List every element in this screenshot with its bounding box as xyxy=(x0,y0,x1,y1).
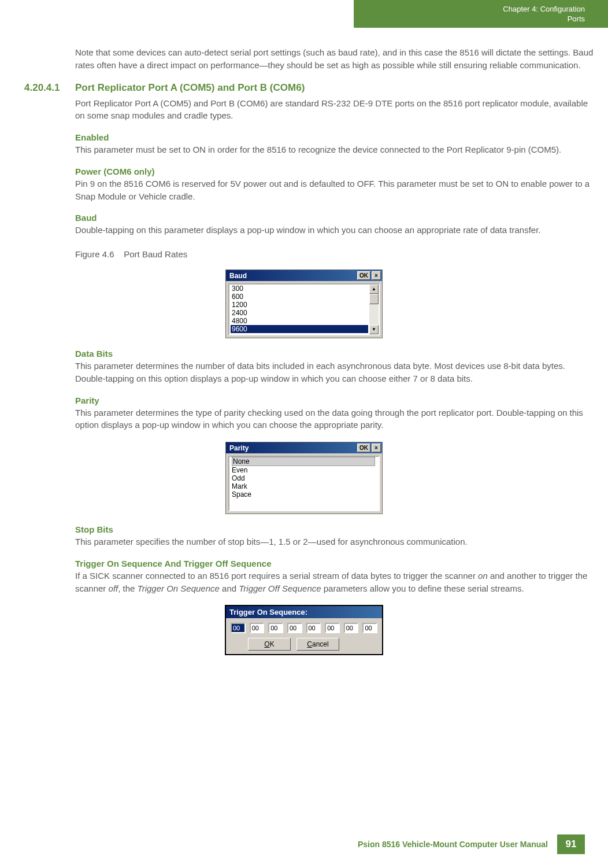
trigger-ok-button[interactable]: OK xyxy=(248,638,291,651)
hex-cell-7[interactable]: 00 xyxy=(362,623,377,633)
figure-number: Figure 4.6 xyxy=(75,249,114,259)
baud-item-300[interactable]: 300 xyxy=(231,285,368,293)
stopbits-para: This parameter specifies the number of s… xyxy=(75,535,595,548)
scroll-thumb[interactable] xyxy=(369,294,379,304)
page-footer: Psion 8516 Vehicle-Mount Computer User M… xyxy=(358,834,585,854)
trigger-dialog: Trigger On Sequence: 00 00 00 00 00 00 0… xyxy=(225,605,383,655)
databits-heading: Data Bits xyxy=(75,349,585,359)
baud-item-9600[interactable]: 9600 xyxy=(231,325,368,333)
parity-title: Parity xyxy=(229,444,357,452)
parity-titlebar: Parity OK × xyxy=(226,442,382,453)
parity-listbox[interactable]: None Even Odd Mark Space xyxy=(229,457,379,510)
hex-cell-4[interactable]: 00 xyxy=(306,623,321,633)
figure-title: Port Baud Rates xyxy=(124,249,187,259)
parity-item-space[interactable]: Space xyxy=(231,490,377,498)
hex-cell-5[interactable]: 00 xyxy=(325,623,340,633)
power-para: Pin 9 on the 8516 COM6 is reserved for 5… xyxy=(75,178,595,203)
scroll-track[interactable] xyxy=(369,294,379,325)
parity-dialog: Parity OK × None Even Odd Mark Space xyxy=(225,442,383,514)
parity-item-mark[interactable]: Mark xyxy=(231,482,377,490)
figure-caption: Figure 4.6 Port Baud Rates xyxy=(75,249,585,259)
hex-row: 00 00 00 00 00 00 00 00 xyxy=(229,623,379,633)
power-heading: Power (COM6 only) xyxy=(75,167,585,176)
trigger-heading: Trigger On Sequence And Trigger Off Sequ… xyxy=(75,559,585,568)
section-intro: Port Replicator Port A (COM5) and Port B… xyxy=(75,97,595,123)
enabled-heading: Enabled xyxy=(75,132,585,142)
baud-scrollbar[interactable]: ▲ ▼ xyxy=(369,285,379,334)
baud-item-1200[interactable]: 1200 xyxy=(231,301,368,309)
baud-heading: Baud xyxy=(75,213,585,223)
parity-item-none[interactable]: None xyxy=(231,457,377,466)
hex-cell-3[interactable]: 00 xyxy=(287,623,302,633)
header-chapter: Chapter 4: Configuration xyxy=(354,5,585,14)
page-header: Chapter 4: Configuration Ports xyxy=(354,0,608,28)
parity-item-odd[interactable]: Odd xyxy=(231,474,377,482)
trigger-title: Trigger On Sequence: xyxy=(226,606,382,618)
hex-cell-0[interactable]: 00 xyxy=(231,623,246,633)
baud-titlebar: Baud OK × xyxy=(226,270,382,281)
baud-ok-button[interactable]: OK xyxy=(357,271,370,280)
baud-item-600[interactable]: 600 xyxy=(231,293,368,301)
parity-para: This parameter determines the type of pa… xyxy=(75,407,595,432)
parity-ok-button[interactable]: OK xyxy=(357,444,370,452)
close-icon[interactable]: × xyxy=(372,271,381,280)
baud-title: Baud xyxy=(229,272,357,280)
parity-heading: Parity xyxy=(75,396,585,405)
enabled-para: This parameter must be set to ON in orde… xyxy=(75,143,595,156)
baud-item-4800[interactable]: 4800 xyxy=(231,317,368,325)
footer-manual-title: Psion 8516 Vehicle-Mount Computer User M… xyxy=(358,840,548,849)
section-number: 4.20.4.1 xyxy=(23,82,75,94)
baud-item-2400[interactable]: 2400 xyxy=(231,309,368,317)
baud-listbox[interactable]: 300 600 1200 2400 4800 9600 xyxy=(229,285,369,334)
section-title: Port Replicator Port A (COM5) and Port B… xyxy=(75,82,305,94)
databits-para: This parameter determines the number of … xyxy=(75,360,595,385)
stopbits-heading: Stop Bits xyxy=(75,525,585,534)
baud-para: Double-tapping on this parameter display… xyxy=(75,224,595,237)
trigger-para: If a SICK scanner connected to an 8516 p… xyxy=(75,570,595,595)
scroll-up-icon[interactable]: ▲ xyxy=(369,285,379,294)
page-number: 91 xyxy=(557,834,585,854)
hex-cell-1[interactable]: 00 xyxy=(250,623,265,633)
intro-paragraph: Note that some devices can auto-detect s… xyxy=(75,46,595,72)
close-icon[interactable]: × xyxy=(372,444,381,452)
hex-cell-6[interactable]: 00 xyxy=(344,623,359,633)
parity-item-even[interactable]: Even xyxy=(231,466,377,474)
hex-cell-2[interactable]: 00 xyxy=(268,623,283,633)
header-section: Ports xyxy=(354,14,585,24)
trigger-cancel-button[interactable]: Cancel xyxy=(296,638,339,651)
baud-dialog: Baud OK × 300 600 1200 2400 4800 9600 ▲ xyxy=(225,269,383,338)
scroll-down-icon[interactable]: ▼ xyxy=(369,325,379,334)
